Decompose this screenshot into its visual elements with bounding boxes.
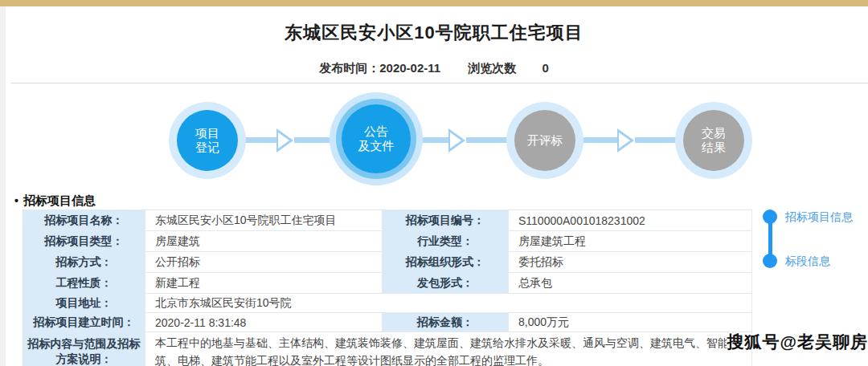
flow-connector xyxy=(635,137,677,143)
arrow-right-icon xyxy=(276,128,293,152)
info-label-scope-description: 招标内容与范围及招标方案说明： xyxy=(23,332,145,366)
step-label: 交易 xyxy=(702,126,726,140)
publish-time-value: 2020-02-11 xyxy=(379,61,440,75)
step-circle: 公告 及文件 xyxy=(342,104,411,173)
tender-info-table: 招标项目名称： 东城区民安小区10号院职工住宅项目 招标项目编号： S11000… xyxy=(23,209,752,366)
flow-connector xyxy=(421,137,450,143)
views-label: 浏览次数 xyxy=(468,61,516,75)
info-label-project-number: 招标项目编号： xyxy=(383,210,509,231)
header-divider xyxy=(11,83,868,83)
bullet-icon: • xyxy=(14,194,18,207)
step-circle: 项目 登记 xyxy=(177,110,238,171)
views-count: 0 xyxy=(542,61,548,75)
flow-step-transaction-result[interactable]: 交易 结果 xyxy=(675,102,752,179)
info-label-organization-form: 招标组织形式： xyxy=(383,252,509,273)
step-halo: 公告 及文件 xyxy=(330,92,423,185)
info-value-project-number: S110000A001018231002 xyxy=(509,210,752,231)
step-halo: 项目 登记 xyxy=(169,102,246,179)
flow-connector xyxy=(466,137,508,143)
table-row: 工程性质： 新建工程 发包形式： 总承包 xyxy=(23,273,752,294)
table-row: 项目地址： 北京市东城区民安街10号院 xyxy=(23,294,752,313)
table-row: 招标内容与范围及招标方案说明： 本工程中的地基与基础、主体结构、建筑装饰装修、建… xyxy=(23,332,752,366)
info-value-contract-form: 总承包 xyxy=(509,273,752,294)
info-value-project-name: 东城区民安小区10号院职工住宅项目 xyxy=(145,210,383,231)
flow-connector xyxy=(582,137,619,143)
nav-dot-icon[interactable] xyxy=(763,209,777,224)
step-label: 登记 xyxy=(195,140,219,155)
info-label-project-type: 招标项目类型： xyxy=(23,231,145,252)
step-circle: 交易 结果 xyxy=(683,110,744,171)
info-value-created-time: 2020-2-11 8:31:48 xyxy=(145,313,383,332)
flow-step-announcement-documents[interactable]: 公告 及文件 xyxy=(330,92,423,185)
step-ring: 公告 及文件 xyxy=(336,99,416,179)
arrow-right-icon xyxy=(448,128,465,152)
info-value-industry-type: 房屋建筑工程 xyxy=(509,231,752,252)
arrow-right-icon xyxy=(617,128,634,152)
step-label: 项目 xyxy=(195,126,219,140)
step-circle: 开评标 xyxy=(514,110,575,171)
step-halo: 交易 结果 xyxy=(675,102,752,179)
table-row: 招标项目类型： 房屋建筑 行业类型： 房屋建筑工程 xyxy=(23,231,752,252)
section-title: 招标项目信息 xyxy=(23,193,96,207)
info-label-contract-form: 发包形式： xyxy=(383,273,509,294)
flow-connector xyxy=(294,137,331,143)
info-value-project-nature: 新建工程 xyxy=(145,273,383,294)
info-label-project-nature: 工程性质： xyxy=(23,273,145,294)
publish-meta-line: 发布时间：2020-02-11 浏览次数 0 xyxy=(0,61,868,76)
info-value-tender-method: 公开招标 xyxy=(145,252,383,273)
step-halo: 开评标 xyxy=(506,102,583,179)
nav-item-section-info[interactable]: 标段信息 xyxy=(785,254,830,269)
nav-item-tender-project-info[interactable]: 招标项目信息 xyxy=(785,210,853,225)
info-label-tender-amount: 招标金额： xyxy=(383,313,509,332)
info-value-project-address: 北京市东城区民安街10号院 xyxy=(145,294,752,313)
table-row: 招标项目名称： 东城区民安小区10号院职工住宅项目 招标项目编号： S11000… xyxy=(23,210,752,231)
info-value-tender-amount: 8,000万元 xyxy=(509,313,752,332)
top-accent-bar xyxy=(0,0,868,6)
info-label-project-address: 项目地址： xyxy=(23,294,145,313)
info-label-created-time: 招标项目建立时间： xyxy=(23,313,145,332)
step-label: 公告 xyxy=(364,124,388,139)
section-heading: •招标项目信息 xyxy=(14,193,96,209)
table-row: 招标项目建立时间： 2020-2-11 8:31:48 招标金额： 8,000万… xyxy=(23,313,752,332)
info-value-organization-form: 委托招标 xyxy=(509,252,752,273)
flow-step-project-registration[interactable]: 项目 登记 xyxy=(169,102,246,179)
page-title: 东城区民安小区10号院职工住宅项目 xyxy=(0,21,868,45)
info-value-scope-description: 本工程中的地基与基础、主体结构、建筑装饰装修、建筑屋面、建筑给水排水及采暖、通风… xyxy=(145,332,752,366)
publish-time-label: 发布时间： xyxy=(319,61,379,75)
info-label-project-name: 招标项目名称： xyxy=(23,210,145,231)
step-label: 结果 xyxy=(702,140,726,155)
info-value-project-type: 房屋建筑 xyxy=(145,231,383,252)
info-label-tender-method: 招标方式： xyxy=(23,252,145,273)
flow-connector xyxy=(243,137,278,143)
flow-step-bid-opening-evaluation[interactable]: 开评标 xyxy=(506,102,583,179)
info-label-industry-type: 行业类型： xyxy=(383,231,509,252)
nav-dot-icon[interactable] xyxy=(763,254,777,268)
table-row: 招标方式： 公开招标 招标组织形式： 委托招标 xyxy=(23,252,752,273)
watermark-text: 搜狐号@老吴聊房 xyxy=(727,331,868,353)
step-label: 及文件 xyxy=(358,139,395,153)
step-label: 开评标 xyxy=(527,133,563,148)
